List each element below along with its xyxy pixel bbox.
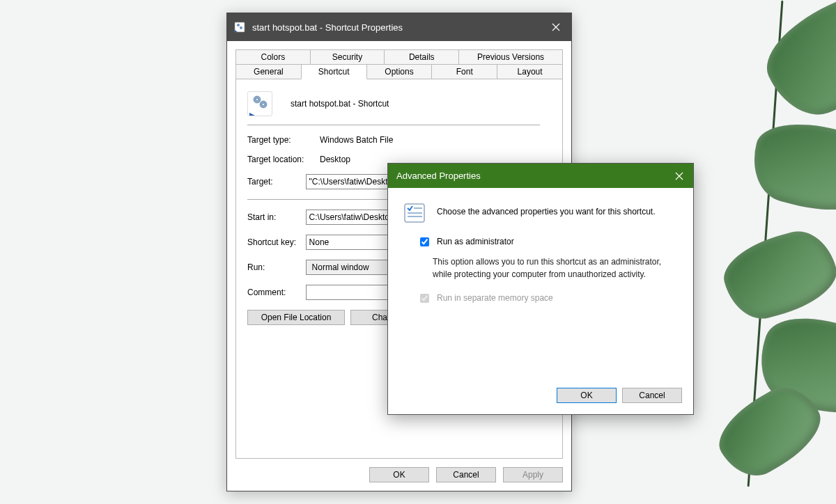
tab-colors[interactable]: Colors <box>235 49 311 64</box>
separate-memory-checkbox <box>420 294 429 303</box>
close-button[interactable] <box>541 13 571 41</box>
tab-previous-versions[interactable]: Previous Versions <box>458 49 563 64</box>
tab-options[interactable]: Options <box>366 64 433 79</box>
svg-rect-0 <box>235 22 245 32</box>
svg-point-1 <box>237 24 240 26</box>
run-as-admin-checkbox[interactable] <box>420 237 429 246</box>
gears-shortcut-icon <box>247 91 272 116</box>
svg-point-2 <box>240 26 242 29</box>
separate-memory-label: Run in separate memory space <box>437 293 553 303</box>
run-as-admin-label: Run as administrator <box>437 237 514 246</box>
adv-cancel-button[interactable]: Cancel <box>622 388 682 403</box>
shortcut-file-icon <box>234 22 245 33</box>
tab-font[interactable]: Font <box>431 64 497 79</box>
apply-button[interactable]: Apply <box>503 467 563 482</box>
tab-strip: Colors Security Details Previous Version… <box>235 49 563 79</box>
close-icon <box>675 172 683 180</box>
adv-titlebar[interactable]: Advanced Properties <box>388 164 693 188</box>
shortcut-name: start hotspot.bat - Shortcut <box>291 99 389 109</box>
window-title: start hotspot.bat - Shortcut Properties <box>252 22 541 33</box>
dialog-buttons: OK Cancel Apply <box>235 459 563 482</box>
checklist-icon <box>403 202 426 224</box>
run-as-admin-desc: This option allows you to run this short… <box>433 255 663 281</box>
svg-point-6 <box>262 103 264 105</box>
svg-rect-8 <box>414 207 422 209</box>
close-icon <box>552 23 560 31</box>
target-type-value: Windows Batch File <box>320 135 551 145</box>
target-label: Target: <box>247 177 306 187</box>
start-in-label: Start in: <box>247 212 306 222</box>
tab-shortcut[interactable]: Shortcut <box>301 64 367 79</box>
adv-window-title: Advanced Properties <box>396 171 665 181</box>
advanced-properties-dialog: Advanced Properties Choose the advanced … <box>387 163 694 415</box>
adv-close-button[interactable] <box>665 164 693 188</box>
tab-security[interactable]: Security <box>310 49 385 64</box>
adv-ok-button[interactable]: OK <box>557 388 617 403</box>
tab-general[interactable]: General <box>235 64 302 79</box>
tab-layout[interactable]: Layout <box>497 64 563 79</box>
target-type-label: Target type: <box>247 135 320 145</box>
open-file-location-button[interactable]: Open File Location <box>247 310 345 325</box>
target-location-label: Target location: <box>247 155 320 164</box>
run-label: Run: <box>247 262 306 272</box>
comment-label: Comment: <box>247 288 306 297</box>
svg-rect-10 <box>408 216 422 217</box>
svg-point-4 <box>256 98 258 100</box>
cancel-button[interactable]: Cancel <box>436 467 496 482</box>
titlebar[interactable]: start hotspot.bat - Shortcut Properties <box>227 13 571 41</box>
tab-details[interactable]: Details <box>384 49 459 64</box>
adv-message: Choose the advanced properties you want … <box>437 202 656 216</box>
svg-rect-9 <box>408 212 422 214</box>
ok-button[interactable]: OK <box>369 467 429 482</box>
shortcut-key-label: Shortcut key: <box>247 237 306 247</box>
